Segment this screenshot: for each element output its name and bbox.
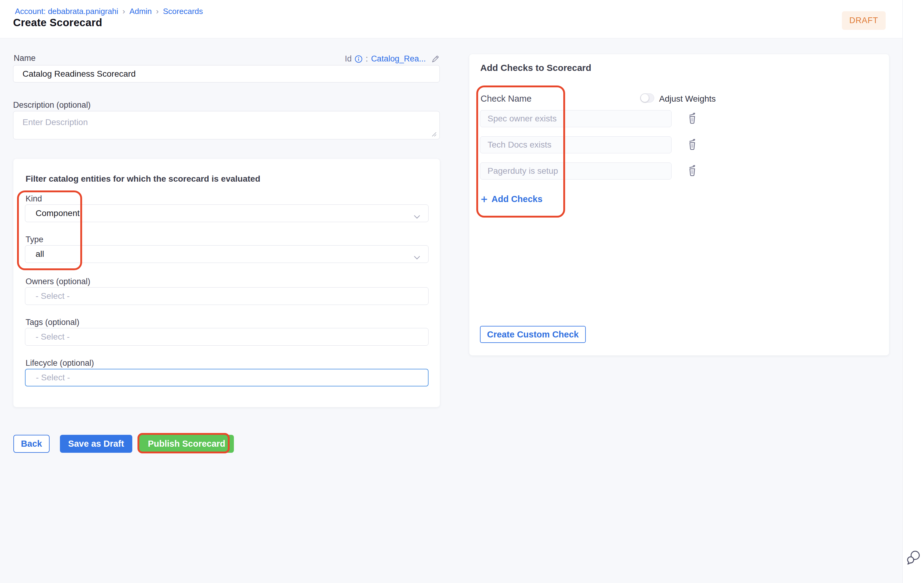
check-name-column-label: Check Name	[480, 94, 532, 104]
info-icon[interactable]	[355, 55, 363, 63]
save-as-draft-button[interactable]: Save as Draft	[60, 435, 132, 453]
add-checks-heading: Add Checks to Scorecard	[480, 63, 591, 73]
tags-label: Tags (optional)	[26, 318, 79, 327]
type-select[interactable]: all	[25, 245, 429, 263]
add-checks-card: Add Checks to Scorecard Check Name Adjus…	[469, 54, 889, 355]
adjust-weights-label: Adjust Weights	[659, 94, 716, 104]
type-label: Type	[26, 235, 43, 244]
plus-icon	[480, 196, 488, 203]
page-header: Account: debabrata.panigrahi › Admin › S…	[0, 0, 903, 38]
lifecycle-placeholder: - Select -	[36, 373, 70, 383]
breadcrumb: Account: debabrata.panigrahi › Admin › S…	[15, 7, 203, 16]
back-button[interactable]: Back	[13, 435, 50, 453]
breadcrumb-separator: ›	[156, 7, 159, 16]
owners-label: Owners (optional)	[26, 277, 90, 286]
toggle-knob	[641, 94, 649, 102]
create-custom-check-button[interactable]: Create Custom Check	[480, 326, 586, 343]
tags-select[interactable]: - Select -	[25, 328, 429, 346]
right-rail	[903, 0, 924, 583]
owners-select[interactable]: - Select -	[25, 287, 429, 305]
kind-select-value: Component	[36, 208, 80, 218]
chat-bubbles-icon[interactable]	[906, 550, 921, 565]
description-textarea[interactable]	[13, 111, 440, 139]
pencil-icon[interactable]	[431, 55, 440, 64]
chevron-down-icon	[414, 211, 420, 221]
kind-label: Kind	[26, 194, 42, 203]
id-separator: :	[366, 54, 368, 64]
tags-placeholder: - Select -	[36, 332, 70, 342]
owners-placeholder: - Select -	[36, 291, 70, 301]
id-value-link[interactable]: Catalog_Rea...	[371, 54, 426, 64]
check-name-input[interactable]: Spec owner exists	[480, 110, 672, 127]
status-badge: DRAFT	[842, 11, 886, 30]
name-label: Name	[14, 54, 36, 63]
chevron-down-icon	[414, 252, 420, 262]
filter-card: Filter catalog entities for which the sc…	[13, 159, 440, 407]
id-label: Id	[345, 54, 352, 64]
create-scorecard-page: Account: debabrata.panigrahi › Admin › S…	[0, 0, 924, 583]
breadcrumb-account-link[interactable]: Account: debabrata.panigrahi	[15, 7, 118, 16]
lifecycle-label: Lifecycle (optional)	[26, 358, 94, 368]
type-select-value: all	[36, 249, 44, 259]
id-row: Id : Catalog_Rea...	[345, 54, 440, 64]
delete-check-button[interactable]	[686, 139, 698, 151]
lifecycle-select[interactable]: - Select -	[25, 369, 429, 386]
filter-heading: Filter catalog entities for which the sc…	[26, 174, 260, 184]
check-name-input[interactable]: Tech Docs exists	[480, 136, 672, 154]
check-name-input[interactable]: Pagerduty is setup	[480, 162, 672, 180]
description-label: Description (optional)	[13, 101, 91, 110]
publish-scorecard-button[interactable]: Publish Scorecard	[139, 435, 234, 453]
breadcrumb-separator: ›	[122, 7, 125, 16]
breadcrumb-admin-link[interactable]: Admin	[129, 7, 152, 16]
page-title: Create Scorecard	[13, 17, 102, 29]
name-input[interactable]	[13, 65, 440, 83]
delete-check-button[interactable]	[686, 165, 698, 177]
add-checks-button[interactable]: Add Checks	[480, 194, 543, 204]
delete-check-button[interactable]	[686, 112, 698, 125]
adjust-weights-toggle[interactable]	[640, 93, 654, 102]
add-checks-label: Add Checks	[492, 194, 543, 204]
breadcrumb-scorecards-link[interactable]: Scorecards	[163, 7, 203, 16]
kind-select[interactable]: Component	[25, 205, 429, 222]
